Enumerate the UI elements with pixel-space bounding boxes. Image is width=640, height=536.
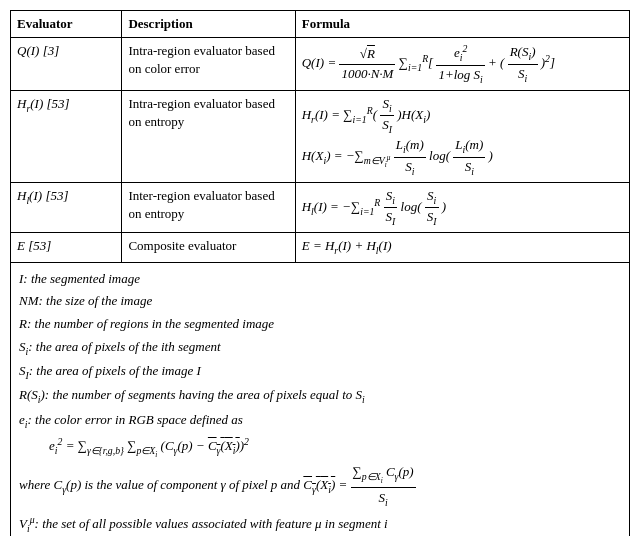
note-line: R(Si): the number of segments having the… <box>19 385 621 407</box>
note-equation-ei: ei2 = ∑γ∈{r,g,b} ∑p∈Xi (Cγ(p) − Cγ(Xi))2 <box>19 434 621 461</box>
notes-section: I: the segmented image NM: the size of t… <box>10 263 630 536</box>
note-line: R: the number of regions in the segmente… <box>19 314 621 335</box>
description-cell: Composite evaluator <box>122 233 295 262</box>
evaluator-cell: E [53] <box>11 233 122 262</box>
description-cell: Intra-region evaluator based on color er… <box>122 38 295 91</box>
evaluator-cell: Hl(I) [53] <box>11 182 122 232</box>
formula-cell: E = Hr(I) + Hl(I) <box>295 233 629 262</box>
note-line: I: the segmented image <box>19 269 621 290</box>
formula-cell: Q(I) = √R 1000·N·M ∑i=1R[ ei2 1+log Si +… <box>295 38 629 91</box>
table-row: Q(I) [3] Intra-region evaluator based on… <box>11 38 630 91</box>
note-line: ei: the color error in RGB space defined… <box>19 410 621 432</box>
evaluators-table: Evaluator Description Formula Q(I) [3] I… <box>10 10 630 263</box>
formula-cell: Hr(I) = ∑i=1R( Si SI )H(Xi) H(Xi) = −∑m∈… <box>295 90 629 182</box>
evaluator-cell: Hr(I) [53] <box>11 90 122 182</box>
note-where-c: where Cγ(p) is the value of component γ … <box>19 462 621 509</box>
table-row: Hl(I) [53] Inter-region evaluator based … <box>11 182 630 232</box>
header-formula: Formula <box>295 11 629 38</box>
header-evaluator: Evaluator <box>11 11 122 38</box>
description-cell: Inter-region evaluator based on entropy <box>122 182 295 232</box>
note-line: Viμ: the set of all possible values asso… <box>19 512 621 536</box>
description-cell: Intra-region evaluator based on entropy <box>122 90 295 182</box>
table-row: Hr(I) [53] Intra-region evaluator based … <box>11 90 630 182</box>
note-line: NM: the size of the image <box>19 291 621 312</box>
header-description: Description <box>122 11 295 38</box>
note-line: Si: the area of pixels of the ith segmen… <box>19 337 621 359</box>
table-row: E [53] Composite evaluator E = Hr(I) + H… <box>11 233 630 262</box>
evaluator-cell: Q(I) [3] <box>11 38 122 91</box>
formula-cell: Hl(I) = −∑i=1R Si SI log( Si SI ) <box>295 182 629 232</box>
note-line: SI: the area of pixels of the image I <box>19 361 621 383</box>
